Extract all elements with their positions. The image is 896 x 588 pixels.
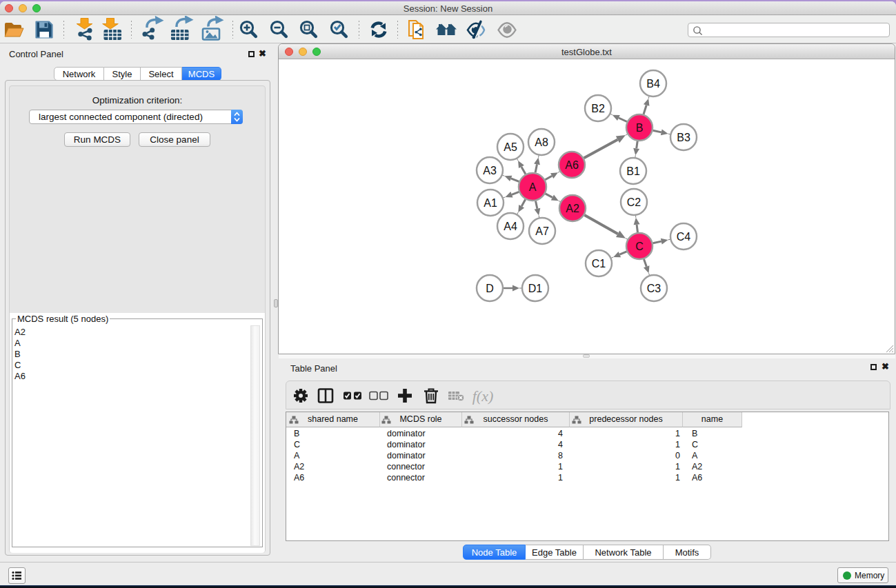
svg-text:A7: A7: [535, 225, 549, 237]
svg-text:B2: B2: [591, 103, 605, 114]
svg-text:C2: C2: [627, 196, 641, 208]
svg-text:B1: B1: [626, 165, 640, 177]
svg-text:C: C: [635, 241, 644, 252]
svg-text:B4: B4: [646, 78, 660, 90]
svg-text:A5: A5: [504, 141, 517, 153]
svg-text:A8: A8: [535, 136, 548, 148]
svg-text:C4: C4: [677, 231, 691, 243]
svg-text:C3: C3: [647, 283, 661, 294]
svg-text:A4: A4: [504, 221, 517, 232]
svg-text:A6: A6: [565, 159, 579, 171]
svg-text:A1: A1: [484, 197, 497, 209]
svg-text:B3: B3: [677, 132, 690, 143]
svg-text:A2: A2: [566, 203, 579, 214]
svg-text:B: B: [636, 122, 644, 134]
svg-text:A3: A3: [483, 165, 497, 176]
svg-text:D: D: [486, 283, 494, 294]
svg-text:C1: C1: [592, 258, 606, 270]
svg-text:D1: D1: [528, 283, 543, 294]
svg-text:A: A: [529, 181, 537, 193]
svg-text:f(x): f(x): [472, 387, 494, 405]
